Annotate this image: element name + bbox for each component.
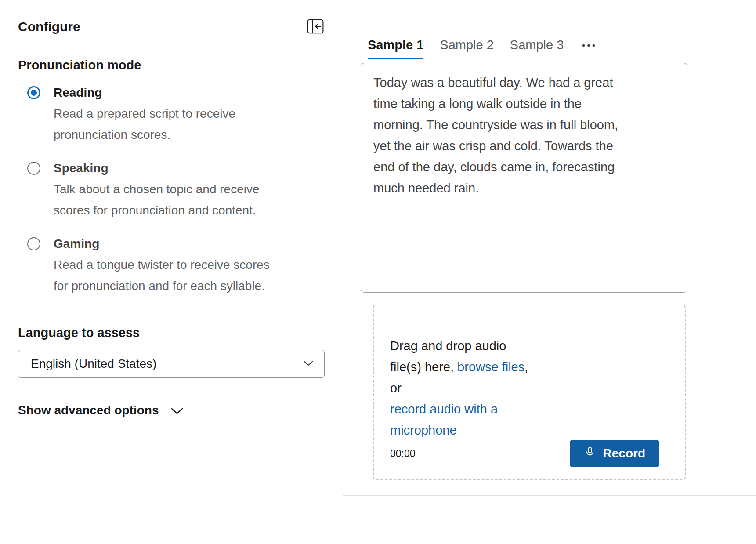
configure-panel: Configure Pronunciation mode Reading [0, 0, 343, 544]
sample-panel: Sample 1 Sample 2 Sample 3 Today was a b… [343, 0, 756, 544]
recording-timer: 00:00 [390, 448, 416, 460]
pronunciation-option-reading[interactable]: Reading Read a prepared script to receiv… [18, 82, 325, 145]
script-textarea[interactable]: Today was a beautiful day. We had a grea… [361, 63, 687, 293]
radio-button-speaking[interactable] [27, 162, 40, 175]
show-advanced-options-button[interactable]: Show advanced options [18, 403, 183, 417]
microphone-icon [584, 446, 596, 461]
radio-text: Reading Read a prepared script to receiv… [54, 82, 280, 145]
radio-description-gaming: Read a tongue twister to receive scores … [54, 254, 280, 297]
language-dropdown[interactable]: English (United States) [18, 350, 325, 378]
show-advanced-options-label: Show advanced options [18, 403, 159, 417]
sample-content: Sample 1 Sample 2 Sample 3 Today was a b… [343, 0, 756, 496]
pronunciation-mode-heading: Pronunciation mode [18, 58, 325, 73]
language-dropdown-value: English (United States) [31, 357, 156, 371]
audio-dropzone[interactable]: Drag and drop audio file(s) here, browse… [373, 305, 686, 480]
more-icon [582, 42, 596, 49]
tab-sample-2[interactable]: Sample 2 [440, 38, 494, 59]
radio-button-reading[interactable] [27, 86, 40, 99]
pronunciation-option-speaking[interactable]: Speaking Talk about a chosen topic and r… [18, 158, 325, 221]
radio-label-gaming: Gaming [54, 233, 280, 254]
page-title: Configure [18, 19, 80, 34]
record-audio-link[interactable]: record audio with a microphone [390, 399, 536, 441]
radio-label-reading: Reading [54, 82, 280, 103]
chevron-down-icon [303, 360, 314, 368]
pronunciation-assessment-page: Configure Pronunciation mode Reading [0, 0, 756, 544]
record-button[interactable]: Record [570, 440, 659, 467]
tab-sample-1[interactable]: Sample 1 [368, 38, 423, 59]
pronunciation-option-gaming[interactable]: Gaming Read a tongue twister to receive … [18, 233, 325, 297]
radio-button-gaming[interactable] [27, 237, 40, 250]
radio-description-reading: Read a prepared script to receive pronun… [54, 103, 280, 145]
dropzone-footer: 00:00 Record [390, 440, 659, 467]
radio-description-speaking: Talk about a chosen topic and receive sc… [54, 179, 280, 221]
panel-left-contract-icon [307, 19, 324, 35]
dropzone-instructions: Drag and drop audio file(s) here, browse… [390, 335, 536, 441]
radio-label-speaking: Speaking [54, 158, 280, 179]
chevron-down-icon [171, 403, 183, 417]
pronunciation-mode-radio-group: Reading Read a prepared script to receiv… [18, 82, 325, 297]
tab-sample-3[interactable]: Sample 3 [510, 38, 564, 59]
browse-files-link[interactable]: browse files [457, 360, 524, 374]
radio-text: Speaking Talk about a chosen topic and r… [54, 158, 280, 221]
language-to-assess-heading: Language to assess [18, 326, 325, 340]
record-button-label: Record [603, 446, 645, 461]
configure-panel-header: Configure [18, 18, 325, 35]
sample-tabs: Sample 1 Sample 2 Sample 3 [361, 38, 687, 59]
radio-text: Gaming Read a tongue twister to receive … [54, 233, 280, 297]
collapse-panel-button[interactable] [306, 18, 325, 35]
more-tabs-button[interactable] [580, 38, 597, 56]
